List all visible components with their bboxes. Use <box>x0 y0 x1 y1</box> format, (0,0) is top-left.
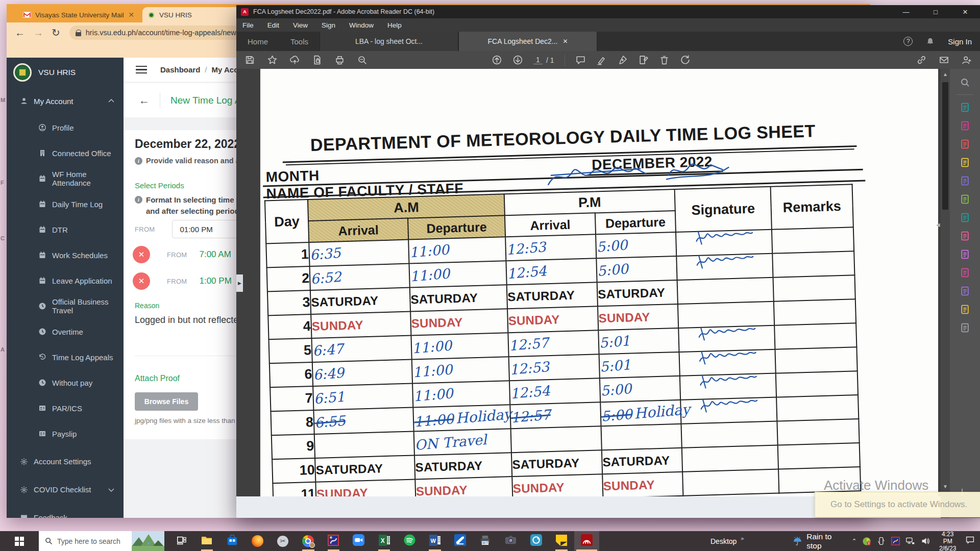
taskbar-search[interactable]: Type here to search <box>39 531 164 551</box>
tab-tools[interactable]: Tools <box>279 32 320 51</box>
taskbar-app-camera[interactable] <box>498 531 524 551</box>
sidebar-item-daily-time-log[interactable]: Daily Time Log <box>7 191 124 217</box>
back-arrow-button[interactable]: ← <box>139 94 150 107</box>
sidebar-item-dtr[interactable]: DTR <box>7 217 124 242</box>
taskbar-app-file-explorer[interactable] <box>194 531 220 551</box>
menu-edit[interactable]: Edit <box>267 21 279 29</box>
tab-close-icon[interactable]: ✕ <box>128 11 134 19</box>
close-button[interactable]: ✕ <box>950 5 980 18</box>
taskbar-app-excel[interactable]: X <box>372 531 397 551</box>
breadcrumb-dashboard[interactable]: Dashboard <box>160 65 200 74</box>
profile-add-icon[interactable] <box>961 55 972 65</box>
sidebar-item-feedback[interactable]: Feedback <box>7 504 124 518</box>
remove-period-button[interactable]: ✕ <box>133 246 150 263</box>
delete-icon[interactable] <box>659 55 670 65</box>
weather-widget[interactable]: Rain to stop <box>793 532 843 550</box>
print-icon[interactable] <box>334 55 345 65</box>
desktop-icon-partial[interactable]: A <box>1 346 6 353</box>
tab-close-icon[interactable]: ✕ <box>563 38 568 45</box>
taskbar-app-snip-tool[interactable]: ✂ <box>270 531 296 551</box>
remove-period-button[interactable]: ✕ <box>133 272 150 290</box>
highlight-icon[interactable] <box>596 55 607 65</box>
tool-redact[interactable] <box>950 263 980 282</box>
chevron-expand-icon[interactable]: » <box>741 535 744 541</box>
media-app-tray-icon[interactable] <box>891 536 900 546</box>
tool-organize-pages[interactable] <box>950 190 980 208</box>
tool-prepare-form[interactable] <box>950 245 980 263</box>
taskbar-app-spotify[interactable] <box>397 531 422 551</box>
sidebar-item-account-settings[interactable]: Account Settings <box>7 447 124 475</box>
tool-create-pdf[interactable] <box>950 135 980 153</box>
document-tab-fca-logsheet-dec2[interactable]: FCA Logsheet Dec2...✕ <box>458 32 597 51</box>
taskbar-app-zoom[interactable] <box>346 531 372 551</box>
taskbar-app-task-view[interactable] <box>169 531 194 551</box>
tool-combine-files[interactable] <box>950 171 980 190</box>
help-icon[interactable]: ? <box>903 37 913 46</box>
taskbar-app-scanner[interactable] <box>448 531 473 551</box>
search-icon[interactable] <box>357 55 368 65</box>
phone-link-tray-icon[interactable] <box>877 536 886 546</box>
taskbar-app-acrobat[interactable] <box>574 531 600 551</box>
browser-tab-vsu-hris[interactable]: VSU HRIS <box>142 7 244 22</box>
minimize-button[interactable]: — <box>891 5 921 18</box>
back-button[interactable]: ← <box>15 28 25 38</box>
right-panel-handle[interactable]: ◀ <box>936 222 940 228</box>
scroll-up-icon[interactable]: ▲ <box>941 71 950 77</box>
tool-compress-pdf[interactable] <box>950 208 980 227</box>
page-down-icon[interactable] <box>512 55 523 65</box>
taskbar-app-firefox[interactable] <box>245 531 271 551</box>
scroll-down-icon[interactable]: ▼ <box>941 484 950 489</box>
sidebar-section-my-account[interactable]: My Account <box>7 93 124 109</box>
desktop-icon-partial[interactable]: F <box>1 180 6 186</box>
document-tab-lba-log-sheet-oct[interactable]: LBA - log sheet Oct... <box>320 32 458 51</box>
tool-export-pdf[interactable] <box>950 98 980 116</box>
page-up-icon[interactable] <box>492 55 502 65</box>
antivirus-tray-icon[interactable] <box>862 536 871 546</box>
menu-view[interactable]: View <box>293 21 308 29</box>
tool-comment[interactable] <box>950 153 980 171</box>
browser-tab-mail[interactable]: Visayas State University Mail ✕ <box>18 7 139 22</box>
email-icon[interactable] <box>939 55 949 65</box>
tool-edit-pdf[interactable] <box>950 116 980 135</box>
tool-search-tool[interactable] <box>950 73 980 91</box>
sidebar-item-without-pay[interactable]: Without pay <box>7 370 124 395</box>
browse-files-button[interactable]: Browse Files <box>135 392 198 411</box>
taskbar-app-media-app[interactable] <box>321 531 347 551</box>
reload-button[interactable]: ↻ <box>52 28 60 38</box>
sidebar-item-official-business-travel[interactable]: Official Business Travel <box>7 293 124 319</box>
taskbar-app-chrome[interactable] <box>296 531 321 551</box>
tool-fill-and-sign[interactable] <box>950 227 980 245</box>
fill-sign-icon[interactable] <box>617 55 628 65</box>
sidebar-item-time-log-appeals[interactable]: Time Log Appeals <box>7 344 124 370</box>
menu-file[interactable]: File <box>242 21 254 29</box>
sidebar-item-leave-application[interactable]: Leave Application <box>7 268 124 293</box>
forward-button[interactable]: → <box>33 28 43 38</box>
taskbar-app-word[interactable]: W <box>422 531 448 551</box>
menu-help[interactable]: Help <box>387 21 402 29</box>
sidebar-item-payslip[interactable]: Payslip <box>7 421 124 446</box>
sidebar-item-connected-office[interactable]: Connected Office <box>7 140 124 166</box>
taskbar-app-sticky-notes[interactable] <box>549 531 574 551</box>
desktop-icon-partial[interactable]: C <box>1 235 6 241</box>
volume-tray-icon[interactable] <box>921 536 930 546</box>
hamburger-menu-icon[interactable] <box>136 64 147 76</box>
stamp-icon[interactable] <box>638 55 649 65</box>
bell-icon[interactable] <box>926 37 935 46</box>
menu-sign[interactable]: Sign <box>322 21 335 29</box>
start-button[interactable] <box>0 531 39 551</box>
save-icon[interactable] <box>244 55 255 65</box>
cloud-upload-icon[interactable] <box>289 55 300 65</box>
maximize-button[interactable]: □ <box>921 5 950 18</box>
left-panel-handle[interactable]: ▶ <box>236 274 243 292</box>
sidebar-item-profile[interactable]: Profile <box>7 115 124 140</box>
tool-request-signatures[interactable] <box>950 282 980 300</box>
sidebar-item-work-schedules[interactable]: Work Schedules <box>7 242 124 268</box>
sidebar-item-overtime[interactable]: Overtime <box>7 319 124 344</box>
hidden-icons-chevron[interactable]: ⌃ <box>852 538 856 544</box>
vertical-scrollbar[interactable]: ▲ ▼ <box>941 69 950 496</box>
export-page-icon[interactable] <box>312 55 323 65</box>
sign-in-button[interactable]: Sign In <box>948 37 972 46</box>
taskbar-app-paint-app[interactable] <box>523 531 549 551</box>
desktop-icon-partial[interactable]: M <box>1 97 6 103</box>
desktop-toolbar-label[interactable]: Desktop» <box>710 537 744 545</box>
